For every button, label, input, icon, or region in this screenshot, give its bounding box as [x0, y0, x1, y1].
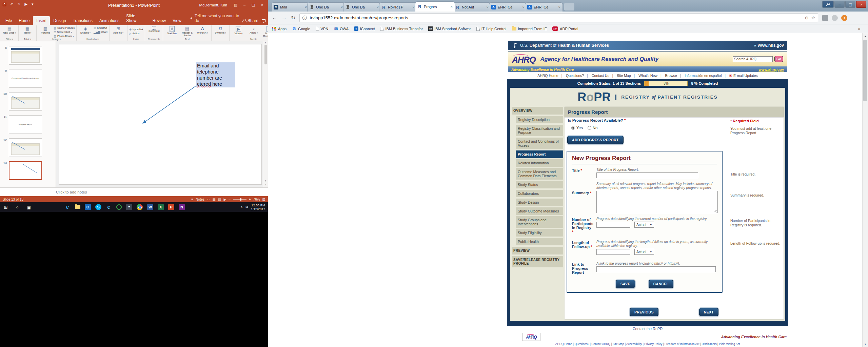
sidebar-study-eligibility[interactable]: Study Eligibility — [516, 229, 563, 237]
video-button[interactable]: ▶Video — [231, 26, 245, 35]
slide-canvas[interactable]: Email and telephone number are etered he… — [59, 44, 262, 185]
share-button[interactable]: Share — [242, 18, 258, 23]
forward-icon[interactable]: → — [281, 15, 287, 21]
sidebar-public-health[interactable]: Public Health — [516, 238, 563, 245]
sidebar-overview[interactable]: OVERVIEW — [512, 107, 563, 115]
minimize-icon[interactable]: – — [834, 1, 845, 8]
slide-thumbnail-10[interactable] — [9, 92, 42, 111]
excel-icon[interactable]: X — [158, 204, 164, 210]
customize-quick-access-icon[interactable]: ▾ — [32, 2, 34, 6]
nav-site-map[interactable]: Site Map — [615, 74, 636, 78]
nav-contact-us[interactable]: Contact Us — [590, 74, 615, 78]
slide-thumbnail-12[interactable] — [9, 138, 42, 157]
account-name[interactable]: McDermott, Kim — [199, 3, 227, 7]
tab-review[interactable]: Review — [149, 16, 169, 25]
footer-ahrq-logo[interactable]: AHRQ — [522, 333, 540, 341]
sidebar-outcome-measures[interactable]: Outcome Measures and Common Data Element… — [516, 168, 563, 180]
webex-icon[interactable] — [116, 204, 122, 210]
slide-thumbnail-11[interactable]: Progress Report — [9, 115, 42, 134]
page-scrollbar[interactable]: ▲ ▼ — [862, 33, 868, 347]
scrollbar-thumb[interactable] — [863, 40, 867, 101]
footer-questions[interactable]: Questions? — [574, 342, 591, 346]
taskbar-clock[interactable]: 12:56 PM 1/12/2017 — [248, 203, 268, 211]
tray-mail-icon[interactable]: ✉ — [245, 205, 248, 209]
zoom-slider[interactable] — [233, 199, 246, 200]
normal-view-icon[interactable]: ▭ — [207, 198, 210, 201]
close-tab-icon[interactable]: × — [413, 5, 415, 9]
close-tab-icon[interactable]: × — [522, 5, 525, 9]
contact-ropr-link[interactable]: Contact the RoPR — [507, 327, 788, 331]
previous-slide-icon[interactable]: ∧ — [264, 179, 266, 182]
participants-input[interactable] — [596, 222, 630, 228]
word-icon[interactable]: W — [147, 204, 153, 210]
nav-email-updates[interactable]: ✉ E-mail Updates — [728, 74, 759, 78]
footer-contact-ahrq[interactable]: Contact AHRQ — [591, 342, 613, 346]
bookmark-star-icon[interactable]: ☆ — [811, 15, 815, 20]
footer-site-map[interactable]: Site Map — [613, 342, 626, 346]
footer-foia[interactable]: Freedom of Information Act — [665, 342, 702, 346]
extension-icon-1[interactable] — [822, 15, 828, 21]
symbols-button[interactable]: ΩSymbols — [213, 26, 228, 34]
previous-button[interactable]: PREVIOUS — [630, 308, 658, 316]
nav-ahrq-home[interactable]: AHRQ Home — [536, 74, 564, 78]
chart-button[interactable]: ▂▅▇Chart — [94, 30, 107, 34]
pictures-button[interactable]: ▨Pictures — [38, 26, 53, 34]
bookmark-vpn[interactable]: VPN — [316, 27, 329, 31]
nav-browse[interactable]: Browse — [664, 74, 683, 78]
radio-yes-icon[interactable] — [571, 126, 575, 130]
start-slideshow-icon[interactable]: ▶ — [24, 2, 27, 6]
close-tab-icon[interactable]: × — [558, 5, 560, 9]
screenshot-button[interactable]: ⊡Screenshot — [54, 30, 75, 34]
footer-accessibility[interactable]: Accessibility — [626, 342, 644, 346]
footer-plain-writing[interactable]: Plain Writing Act — [719, 342, 740, 346]
bookmark-owa[interactable]: ✉OWA — [334, 26, 349, 31]
outlook-icon[interactable]: O — [85, 204, 91, 210]
slide-thumbnail-9[interactable]: Contact and Conditions of Access — [9, 69, 42, 88]
sidebar-study-outcome-measures[interactable]: Study Outcome Measures — [516, 207, 563, 215]
hhs-gov-link[interactable]: www.hhs.gov — [758, 43, 784, 48]
sidebar-study-design[interactable]: Study Design — [516, 199, 563, 206]
profile-icon[interactable] — [822, 1, 834, 8]
zoom-out-icon[interactable]: – — [229, 198, 231, 201]
cancel-button[interactable]: CANCEL — [649, 280, 674, 288]
chrome-icon[interactable] — [137, 204, 143, 210]
tab-file[interactable]: File — [2, 16, 15, 25]
bookmark-iconnect[interactable]: siConnect — [354, 26, 375, 31]
tab-home[interactable]: Home — [15, 16, 33, 25]
browser-tab-progress-active[interactable]: RProgres× — [415, 1, 455, 12]
minimize-icon[interactable]: – — [240, 1, 249, 8]
slide-thumbnail-13-selected[interactable] — [9, 161, 42, 180]
link-input[interactable] — [596, 266, 716, 272]
restore-icon[interactable]: ▢ — [249, 1, 258, 8]
start-button[interactable]: ⊞ — [0, 205, 12, 210]
notes-toggle[interactable]: Notes — [196, 198, 204, 201]
onenote-icon[interactable]: N — [179, 204, 185, 210]
sidebar-save-release[interactable]: SAVE/RELEASE REGISTRY PROFILE — [512, 256, 563, 267]
browser-tab-not-authorized[interactable]: RNot Aut× — [453, 2, 491, 12]
undo-icon[interactable]: ↶ — [10, 2, 13, 6]
bookmark-google[interactable]: GGoogle — [292, 26, 310, 31]
slide-text-box[interactable]: Email and telephone number are etered he… — [196, 62, 235, 87]
summary-textarea[interactable] — [596, 191, 718, 213]
slide-scrollbar[interactable]: ▲ ∧ ∨ — [263, 41, 268, 187]
skype-icon[interactable]: S — [95, 204, 101, 210]
wordart-button[interactable]: AWordArt — [195, 26, 210, 34]
comments-icon[interactable] — [262, 19, 266, 22]
bookmark-ibm-business[interactable]: IBM Business Transfor — [380, 27, 423, 31]
radio-no-icon[interactable] — [588, 126, 591, 130]
go-button[interactable]: Go — [774, 56, 783, 62]
tab-insert[interactable]: Insert — [33, 16, 50, 25]
back-icon[interactable]: ← — [272, 15, 277, 21]
zoom-out-page-icon[interactable]: ⊖ — [805, 15, 809, 20]
participants-select[interactable]: Actual▼ — [634, 222, 654, 228]
close-tab-icon[interactable]: × — [305, 5, 307, 9]
tray-chevron-icon[interactable]: ∧ — [241, 205, 243, 209]
browser-tab-loading-1[interactable]: One Da× — [307, 2, 345, 12]
tab-design[interactable]: Design — [50, 16, 69, 25]
zoom-level[interactable]: 76% — [253, 198, 260, 201]
scrollbar-thumb[interactable] — [264, 45, 267, 64]
hyperlink-button[interactable]: ⊕Hyperlink — [129, 27, 143, 31]
task-view-button[interactable]: ▣ — [23, 205, 35, 210]
next-button[interactable]: NEXT — [699, 308, 718, 316]
footer-disclaimers[interactable]: Disclaimers — [702, 342, 719, 346]
